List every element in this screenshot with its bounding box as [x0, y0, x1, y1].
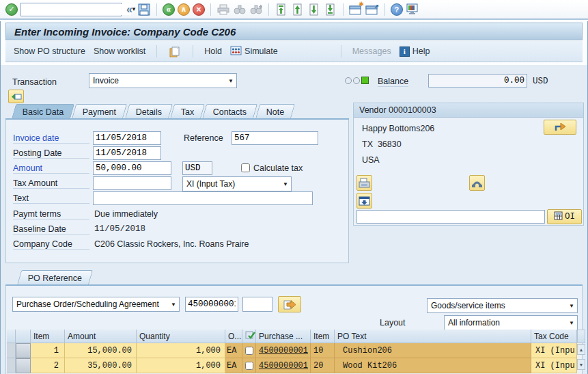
tab-basic-data[interactable]: Basic Data	[12, 104, 75, 119]
command-input[interactable]	[21, 4, 131, 15]
invoice-date-input[interactable]	[93, 131, 161, 145]
cell-quantity[interactable]: 1,000	[137, 358, 225, 373]
cell-po-item[interactable]: 20	[311, 358, 335, 373]
tab-contacts[interactable]: Contacts	[202, 104, 258, 119]
cell-po-text[interactable]: Wood Kit206	[335, 358, 531, 373]
posting-date-input[interactable]	[93, 146, 161, 160]
header-po-item[interactable]: Item	[311, 330, 335, 343]
cell-tax-code[interactable]: XI (Inpu	[531, 358, 577, 373]
po-number-link[interactable]: 4500000001	[259, 346, 308, 356]
currency-field[interactable]: USD	[182, 161, 212, 175]
find-next-icon[interactable]	[249, 3, 263, 16]
phone-icon[interactable]	[469, 175, 485, 191]
company-code-value: C206 Classic Rockers, Inc. Roans Praire	[94, 239, 249, 249]
help-button[interactable]: i Help	[400, 46, 430, 57]
cell-order-unit[interactable]: EA	[225, 343, 242, 358]
po-item-input[interactable]	[242, 297, 272, 312]
tab-po-reference[interactable]: PO Reference	[17, 270, 94, 285]
last-page-icon[interactable]	[324, 3, 337, 16]
calculate-tax-checkbox[interactable]	[241, 163, 250, 172]
simulate-button[interactable]: Simulate	[230, 46, 278, 57]
tree-toggle-icon[interactable]	[8, 90, 24, 103]
cell-item[interactable]: 2	[31, 358, 65, 373]
tab-details[interactable]: Details	[125, 104, 173, 119]
reference-doc-type-dropdown[interactable]: Purchase Order/Scheduling Agreement ▼	[12, 297, 180, 312]
cell-po-item[interactable]: 10	[311, 343, 335, 358]
new-session-icon[interactable]: ✱	[349, 3, 363, 16]
open-items-button[interactable]: OI	[547, 209, 582, 224]
po-number-input[interactable]	[185, 297, 238, 312]
header-item[interactable]: Item	[31, 330, 65, 343]
vendor-search-input[interactable]	[356, 210, 545, 224]
header-select[interactable]	[16, 330, 31, 343]
adopt-icon[interactable]	[278, 296, 301, 312]
row-selector[interactable]	[16, 358, 31, 373]
final-invoice-checkbox[interactable]	[245, 362, 253, 370]
cell-amount[interactable]: 35,000.00	[65, 358, 137, 373]
scroll-up-icon[interactable]: ▲	[577, 344, 585, 355]
tax-code-dropdown[interactable]: XI (Input Tax) ▼	[182, 176, 292, 191]
header-amount[interactable]: Amount	[65, 330, 137, 343]
cell-order-unit[interactable]: EA	[225, 358, 242, 373]
paymt-terms-value: Due immediately	[94, 209, 158, 219]
row-margin	[7, 343, 16, 358]
cell-quantity[interactable]: 1,000	[137, 343, 225, 358]
cancel-icon[interactable]: ×	[193, 3, 205, 16]
cell-tax-code[interactable]: XI (Inpu	[531, 343, 577, 358]
first-page-icon[interactable]	[275, 3, 288, 16]
toolbar-separator	[384, 3, 385, 16]
hold-button[interactable]: Hold	[204, 46, 222, 56]
paymt-terms-label: Paymt terms	[13, 209, 89, 219]
cell-amount[interactable]: 15,000.00	[65, 343, 137, 358]
scroll-down-icon[interactable]: ▼	[577, 359, 585, 370]
messages-button[interactable]: Messages	[352, 46, 391, 56]
amount-input[interactable]	[93, 161, 171, 175]
toolbar-separator	[193, 45, 193, 57]
customize-layout-icon[interactable]	[406, 3, 419, 16]
header-order-unit[interactable]: O...	[225, 330, 242, 343]
fax-icon[interactable]	[356, 175, 372, 191]
layout-dropdown[interactable]: All information ▼	[444, 315, 578, 330]
chevron-down-icon: ▼	[566, 320, 577, 326]
header-quantity[interactable]: Quantity	[137, 330, 225, 343]
items-filter-dropdown[interactable]: Goods/service items ▼	[427, 298, 578, 313]
tab-note[interactable]: Note	[255, 104, 296, 119]
transaction-dropdown[interactable]: Invoice ▼	[89, 73, 237, 88]
row-selector[interactable]	[16, 343, 31, 358]
invoice-tabstrip: Basic Data Payment Details Tax Contacts …	[14, 104, 294, 119]
final-invoice-checkbox[interactable]	[245, 347, 253, 355]
company-code-label: Company Code	[13, 239, 89, 250]
scrollbar-header-cell	[577, 330, 585, 343]
note-icon[interactable]	[168, 44, 182, 58]
header-purchase-order[interactable]: Purchase ...	[256, 330, 311, 343]
header-po-text[interactable]: PO Text	[335, 330, 531, 343]
toolbar-separator	[156, 45, 157, 57]
header-tax-code[interactable]: Tax Code	[531, 330, 577, 343]
collapse-toolbar-icon[interactable]: «	[124, 3, 135, 16]
page-up-icon[interactable]	[291, 3, 305, 16]
cell-po-text[interactable]: Cushion206	[335, 343, 531, 358]
print-icon[interactable]	[216, 3, 230, 16]
create-shortcut-icon[interactable]: ↗	[365, 3, 379, 16]
find-icon[interactable]	[233, 3, 247, 16]
text-input[interactable]	[93, 191, 313, 205]
header-final-invoice[interactable]	[242, 330, 256, 343]
po-number-link[interactable]: 4500000001	[259, 361, 308, 371]
display-vendor-button[interactable]	[544, 120, 576, 135]
chevron-down-icon: ▼	[168, 302, 179, 308]
show-worklist-button[interactable]: Show worklist	[94, 46, 145, 56]
save-icon[interactable]	[137, 3, 151, 16]
mail-icon[interactable]	[356, 193, 372, 209]
exit-icon[interactable]: ∧	[178, 3, 190, 16]
cell-item[interactable]: 1	[31, 343, 65, 358]
enter-icon[interactable]: ✓	[5, 3, 18, 16]
tax-amount-input[interactable]	[93, 176, 171, 190]
tab-payment[interactable]: Payment	[72, 104, 128, 119]
tab-tax[interactable]: Tax	[170, 104, 206, 119]
page-down-icon[interactable]	[307, 3, 321, 16]
back-icon[interactable]: «	[163, 3, 175, 16]
help-icon[interactable]: ?	[391, 3, 403, 16]
header-corner[interactable]	[7, 330, 16, 343]
reference-input[interactable]	[232, 131, 318, 145]
show-po-structure-button[interactable]: Show PO structure	[14, 46, 85, 56]
